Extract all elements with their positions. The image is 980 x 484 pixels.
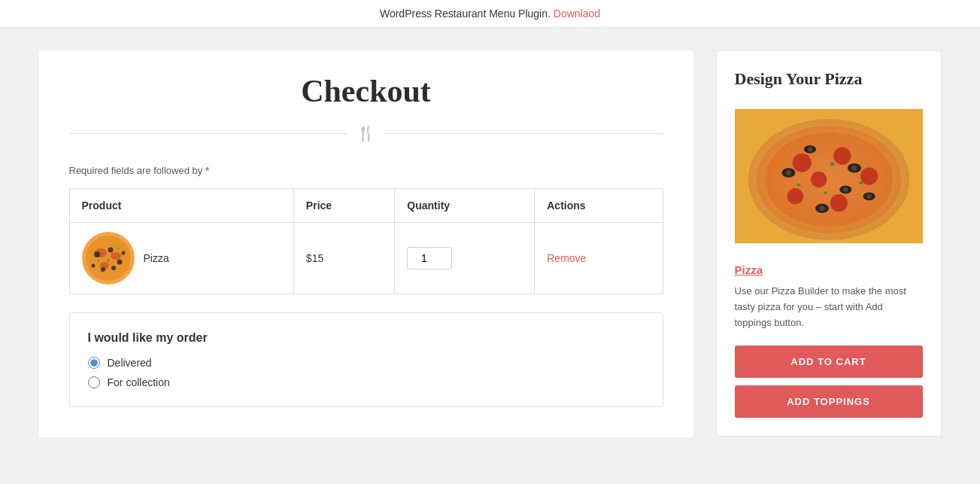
- pizza-description: Use our Pizza Builder to make the most t…: [735, 284, 923, 330]
- svg-point-10: [91, 264, 95, 268]
- svg-point-3: [111, 252, 121, 260]
- svg-point-14: [117, 248, 119, 250]
- svg-point-12: [107, 259, 110, 262]
- radio-delivered-input[interactable]: [88, 357, 100, 369]
- product-name: Pizza: [144, 252, 169, 264]
- quantity-cell: [395, 223, 535, 294]
- svg-point-26: [785, 170, 790, 175]
- svg-point-6: [108, 248, 113, 253]
- col-quantity: Quantity: [395, 189, 535, 223]
- cart-table: Product Price Quantity Actions: [69, 188, 663, 294]
- svg-point-23: [830, 194, 847, 212]
- table-row: Pizza $15 Remove: [69, 223, 663, 294]
- price-cell: $15: [293, 223, 394, 294]
- fork-knife-icon: 🍴: [357, 124, 375, 142]
- remove-link[interactable]: Remove: [547, 252, 586, 264]
- add-toppings-button[interactable]: ADD TOPPINGS: [735, 385, 923, 418]
- pizza-photo: [735, 101, 923, 251]
- svg-point-38: [796, 183, 799, 186]
- svg-point-13: [97, 260, 99, 262]
- svg-point-5: [94, 251, 100, 257]
- product-cell: Pizza: [69, 223, 293, 294]
- svg-point-40: [824, 192, 827, 195]
- svg-point-7: [117, 260, 122, 265]
- design-card: Design Your Pizza: [716, 50, 942, 437]
- required-star: *: [205, 165, 209, 176]
- col-price: Price: [293, 189, 394, 223]
- svg-point-22: [787, 188, 803, 204]
- add-to-cart-button[interactable]: ADD TO CART: [735, 345, 923, 378]
- radio-collection-label: For collection: [108, 376, 170, 388]
- pizza-sidebar-link[interactable]: Pizza: [735, 263, 923, 276]
- divider: 🍴: [69, 124, 663, 142]
- radio-collection-input[interactable]: [88, 376, 100, 388]
- divider-line-left: [69, 133, 348, 134]
- divider-line-right: [384, 133, 663, 134]
- svg-point-37: [830, 162, 833, 166]
- actions-cell: Remove: [535, 223, 663, 294]
- svg-point-24: [810, 172, 826, 187]
- sidebar: Design Your Pizza: [716, 50, 942, 437]
- svg-point-20: [833, 148, 851, 165]
- top-bar-text: WordPress Restaurant Menu Plugin.: [380, 8, 551, 20]
- order-section: I would like my order Delivered For coll…: [69, 312, 663, 407]
- quantity-input[interactable]: [407, 247, 452, 269]
- svg-point-30: [819, 205, 824, 211]
- design-card-title: Design Your Pizza: [735, 69, 923, 89]
- required-note: Required fields are followed by *: [69, 165, 663, 176]
- main-content: Checkout 🍴 Required fields are followed …: [39, 50, 693, 437]
- product-image: [82, 232, 135, 285]
- svg-point-19: [792, 154, 811, 172]
- page-title: Checkout: [69, 73, 663, 109]
- svg-point-9: [111, 266, 116, 270]
- svg-point-28: [851, 166, 857, 171]
- radio-collection[interactable]: For collection: [88, 376, 645, 388]
- order-section-title: I would like my order: [88, 331, 645, 345]
- svg-point-8: [101, 267, 105, 272]
- svg-point-32: [866, 194, 871, 199]
- col-product: Product: [69, 189, 293, 223]
- svg-point-34: [807, 147, 812, 151]
- top-bar: WordPress Restaurant Menu Plugin. Downla…: [0, 0, 980, 28]
- radio-delivered-label: Delivered: [108, 357, 152, 369]
- radio-group: Delivered For collection: [88, 357, 645, 388]
- svg-point-1: [86, 236, 131, 281]
- top-bar-link[interactable]: Downlaod: [554, 8, 600, 20]
- radio-delivered[interactable]: Delivered: [88, 357, 645, 369]
- col-actions: Actions: [535, 189, 663, 223]
- svg-point-39: [859, 181, 862, 184]
- svg-point-11: [121, 251, 125, 255]
- svg-point-36: [843, 187, 848, 192]
- svg-point-21: [860, 167, 877, 184]
